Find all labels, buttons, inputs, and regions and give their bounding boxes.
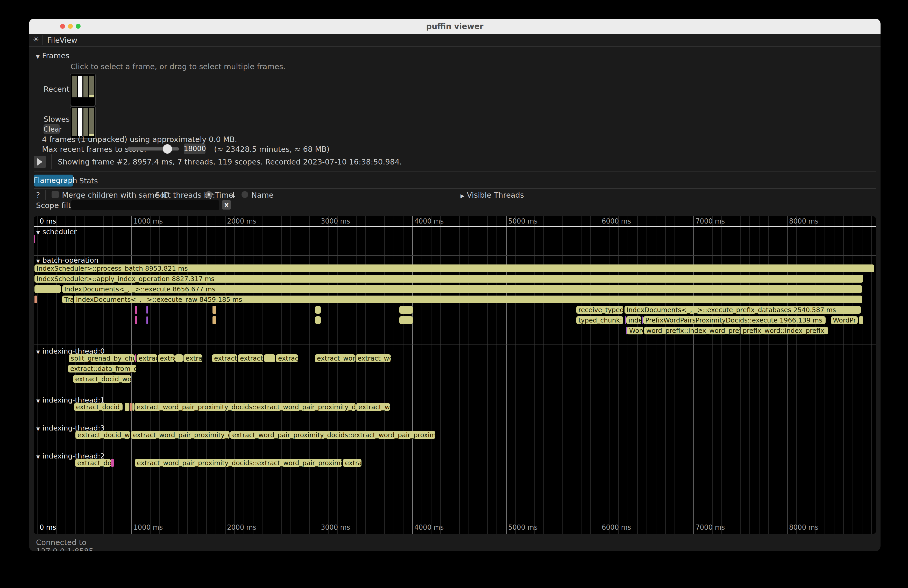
grid-line-minor [216, 216, 216, 534]
thread-header[interactable]: ▼indexing-thread:0 [36, 347, 105, 355]
scope-bar[interactable] [264, 354, 275, 362]
marker-bar[interactable] [135, 316, 137, 324]
scope-bar[interactable]: extract [276, 354, 298, 362]
scope-bar[interactable]: split_grenad_by_chun [69, 354, 135, 362]
scope-bar[interactable]: extrac [184, 354, 202, 362]
scope-bar[interactable]: extract_word_pair_proximity_docids::extr… [135, 403, 356, 411]
scope-bar[interactable]: PrefixWordPairsProximityDocids::execute … [643, 316, 826, 324]
frame-thumb-bar[interactable] [84, 76, 88, 97]
scope-bar[interactable]: extract_word_pair_proximity_docids::extr… [230, 431, 435, 439]
merge-children-checkbox[interactable] [52, 191, 59, 198]
scope-bar[interactable]: WordPr [831, 316, 858, 324]
frame-thumb-bar[interactable] [78, 108, 82, 136]
grid-line-major [694, 216, 694, 534]
marker-bar[interactable] [135, 306, 137, 314]
axis-label: 4000 ms [414, 524, 444, 531]
frame-thumb-bar[interactable] [89, 108, 94, 136]
visible-threads-collapse-header[interactable]: ▶ Visible Threads [460, 191, 524, 199]
marker-bar[interactable] [147, 306, 148, 314]
scope-bar[interactable]: Word [627, 327, 643, 334]
scope-bar[interactable] [399, 316, 413, 324]
scope-bar[interactable]: extract_docid_word [73, 375, 131, 383]
frame-thumb-bar[interactable] [72, 108, 77, 136]
scope-bar[interactable]: prefix_word::index_prefix_wo [741, 327, 828, 334]
scope-bar[interactable]: extract_wo [356, 354, 391, 362]
frames-collapse-header[interactable]: ▼ Frames [36, 51, 69, 60]
tab-stats[interactable]: Stats [79, 177, 98, 185]
frames-summary: 4 frames (1 unpacked) using approximatel… [42, 135, 237, 144]
marker-bar[interactable] [111, 459, 114, 467]
scope-bar[interactable] [175, 354, 183, 362]
scope-bar[interactable]: extract_docid_word [74, 403, 122, 411]
scope-bar[interactable]: extract::data_from_ob [68, 365, 136, 373]
sun-icon[interactable]: ☀ [33, 35, 39, 44]
scope-bar[interactable]: IndexDocuments<_, _>::execute_raw 8459.1… [74, 296, 862, 303]
max-frames-value[interactable]: 18000 [184, 143, 206, 154]
scope-bar[interactable]: Trans [62, 296, 73, 303]
scope-bar[interactable] [399, 306, 413, 314]
chevron-down-icon: ▼ [36, 398, 40, 403]
flamegraph-panel[interactable]: 0 ms0 ms1000 ms1000 ms2000 ms2000 ms3000… [34, 216, 876, 534]
play-button[interactable] [34, 156, 46, 168]
scope-bar[interactable]: extract_ [238, 354, 263, 362]
marker-bar[interactable] [135, 354, 136, 362]
scope-bar[interactable]: extract_wo [356, 403, 390, 411]
scope-bar[interactable]: IndexDocuments<_, _>::execute 8656.677 m… [62, 285, 862, 293]
scope-bar[interactable]: extrac [343, 459, 362, 467]
marker-bar[interactable] [34, 235, 35, 243]
axis-label: 5000 ms [508, 524, 538, 531]
grid-line-minor [759, 216, 760, 534]
scope-bar[interactable]: extract_word [315, 354, 355, 362]
marker-bar[interactable] [625, 316, 626, 324]
frame-thumb-bar[interactable] [72, 76, 77, 97]
frame-thumb-bar[interactable] [89, 76, 94, 97]
help-button[interactable]: ? [36, 191, 40, 199]
marker-bar[interactable] [642, 316, 642, 324]
sort-by-name-radio[interactable] [241, 191, 248, 198]
scope-filter-input[interactable] [71, 200, 219, 210]
clear-filter-button[interactable]: x [222, 200, 231, 210]
marker-bar[interactable] [147, 316, 148, 324]
scope-bar[interactable]: typed_chunk::w [576, 316, 623, 324]
slider-knob[interactable] [163, 144, 172, 154]
grid-line-minor [478, 216, 478, 534]
scope-bar[interactable] [125, 403, 129, 411]
grid-line-minor [768, 216, 769, 534]
recent-label: Recent: [43, 85, 72, 93]
clear-button[interactable]: Clear [43, 124, 60, 134]
scope-bar[interactable]: extract_docid_word [76, 431, 130, 439]
scope-bar[interactable]: word_prefix::index_word_prefix_ [644, 327, 740, 334]
scope-bar[interactable]: index [626, 316, 641, 324]
scope-bar[interactable]: IndexDocuments<_, _>::execute_prefix_dat… [625, 306, 861, 314]
menu-file[interactable]: File [47, 36, 60, 45]
scope-bar[interactable]: IndexScheduler>::apply_index_operation 8… [34, 275, 863, 283]
scope-bar[interactable]: extra [158, 354, 175, 362]
scope-bar[interactable]: IndexScheduler>::process_batch 8953.821 … [34, 265, 874, 272]
grid-line-major [225, 216, 225, 534]
menu-view[interactable]: View [60, 36, 77, 45]
scope-bar[interactable]: extract_ [212, 354, 237, 362]
thread-header[interactable]: ▼scheduler [36, 228, 77, 236]
scope-bar[interactable]: extract [137, 354, 157, 362]
scope-bar[interactable]: extract_word_pair_proximity_docids::extr… [135, 459, 342, 467]
scope-bar[interactable] [859, 316, 863, 324]
scope-bar[interactable]: receive_typed_ [576, 306, 623, 314]
frame-thumb-bar[interactable] [84, 108, 88, 136]
tab-flamegraph[interactable]: Flamegraph [34, 175, 73, 186]
recent-frames-thumbnail[interactable] [70, 74, 96, 106]
frame-thumb-bar[interactable] [78, 76, 82, 97]
scope-bar[interactable]: extract_word_pair_proximity_docids [131, 431, 230, 439]
sort-by-time-radio[interactable] [206, 191, 212, 198]
thread-header[interactable]: ▼batch-operation [36, 256, 98, 264]
scope-bar[interactable] [315, 316, 321, 324]
marker-bar[interactable] [213, 306, 216, 314]
marker-bar[interactable] [130, 403, 132, 411]
marker-bar[interactable] [213, 316, 216, 324]
scope-bar[interactable] [34, 285, 61, 293]
grid-line-minor [290, 216, 291, 534]
scope-bar[interactable]: extract_doc [75, 459, 111, 467]
marker-bar[interactable] [34, 296, 37, 303]
slowest-frames-thumbnail[interactable] [70, 106, 96, 139]
scope-bar[interactable] [315, 306, 321, 314]
scope-bar[interactable] [132, 403, 134, 411]
